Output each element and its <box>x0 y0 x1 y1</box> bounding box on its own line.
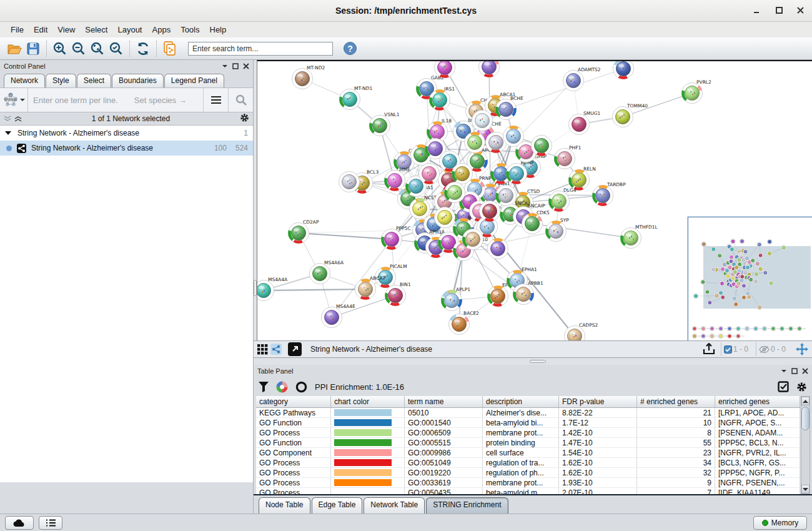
panel-close-icon[interactable] <box>802 368 808 374</box>
column-header-termname[interactable]: term name <box>405 396 483 407</box>
network-node-tomm40[interactable]: TOMM40 <box>613 103 648 127</box>
string-query-input[interactable]: Enter one term per line. Set species → <box>27 88 203 112</box>
birds-eye-canvas[interactable] <box>688 217 812 340</box>
column-header-FDRp-value[interactable]: FDR p-value <box>559 396 637 407</box>
column-header-enrichedgenes[interactable]: # enriched genes <box>637 396 715 407</box>
tab-network-table[interactable]: Network Table <box>364 497 425 514</box>
network-node-pvrl2[interactable]: PVRL2 <box>682 79 712 104</box>
panel-close-icon[interactable] <box>243 63 249 69</box>
network-node[interactable] <box>465 132 485 153</box>
maximize-button[interactable] <box>774 5 785 16</box>
table-row[interactable]: GO ComponentGO:0009986cell surface1.54E-… <box>256 448 800 458</box>
network-node[interactable] <box>419 164 440 184</box>
horizontal-splitter[interactable] <box>254 358 812 365</box>
network-node-mthfd1l[interactable]: MTHFD1L <box>621 224 658 249</box>
string-logo-icon[interactable]: STRING <box>0 92 27 108</box>
close-button[interactable] <box>795 5 806 16</box>
table-row[interactable]: GO ProcessGO:0019220regulation of ph...1… <box>256 468 800 478</box>
network-node-aplp1[interactable]: APLP1 <box>442 287 471 311</box>
table-row[interactable]: GO ProcessGO:0050435beta-amyloid m...2.0… <box>256 488 800 494</box>
network-node-ms4a4a[interactable]: MS4A4A <box>257 277 288 301</box>
tab-boundaries[interactable]: Boundaries <box>112 74 164 87</box>
tab-style[interactable]: Style <box>46 74 76 87</box>
chart-settings-icon[interactable] <box>276 381 288 393</box>
select-columns-icon[interactable] <box>778 381 789 392</box>
tree-row[interactable]: String Network - Alzheimer's disease1005… <box>0 141 253 156</box>
panel-float-icon[interactable] <box>791 368 798 374</box>
column-header-description[interactable]: description <box>483 396 559 407</box>
task-list-button[interactable] <box>39 516 62 530</box>
panel-menu-icon[interactable] <box>781 369 787 374</box>
network-node[interactable] <box>479 61 500 77</box>
network-node-phf1[interactable]: PHF1 <box>555 145 582 169</box>
table-row[interactable]: GO ProcessGO:0051049regulation of tra...… <box>256 458 800 468</box>
menu-layout[interactable]: Layout <box>113 24 146 36</box>
table-settings-gear-icon[interactable] <box>796 382 807 392</box>
share-network-icon[interactable] <box>270 344 282 355</box>
pan-navigate-icon[interactable] <box>796 343 808 355</box>
birds-eye-view[interactable] <box>688 217 812 340</box>
collapse-all-icon[interactable] <box>4 116 11 122</box>
network-node[interactable] <box>488 239 508 259</box>
network-node-ms4a4e[interactable]: MS4A4E <box>322 304 355 328</box>
hidden-eye-icon[interactable] <box>759 345 770 354</box>
network-node[interactable] <box>339 172 360 192</box>
network-node-mt-nd2[interactable]: MT-ND2 <box>292 65 325 89</box>
memory-button[interactable]: Memory <box>753 516 807 530</box>
network-node-ppp5c[interactable]: PPP5C <box>382 226 411 250</box>
network-node-syp[interactable]: SYP <box>546 217 570 242</box>
scroll-down-arrow[interactable] <box>801 485 810 494</box>
zoom-out-icon[interactable] <box>69 40 88 57</box>
menu-tools[interactable]: Tools <box>176 24 204 36</box>
refresh-icon[interactable] <box>134 40 152 57</box>
zoom-in-icon[interactable] <box>51 40 69 57</box>
tab-legend-panel[interactable]: Legend Panel <box>164 74 224 87</box>
save-session-icon[interactable] <box>24 40 42 57</box>
network-node-mt-nd1[interactable]: MT-ND1 <box>340 86 373 110</box>
table-row[interactable]: GO FunctionGO:0001540beta-amyloid bi...1… <box>256 418 800 428</box>
panel-menu-icon[interactable] <box>222 64 228 69</box>
filter-icon[interactable] <box>259 382 269 392</box>
menu-apps[interactable]: Apps <box>148 24 176 36</box>
remove-chart-icon[interactable] <box>295 381 307 393</box>
network-node-bace2[interactable]: BACE2 <box>449 310 480 335</box>
network-node[interactable] <box>532 136 552 156</box>
table-row[interactable]: GO FunctionGO:0005515protein binding1.47… <box>256 438 800 448</box>
network-node-vsnl1[interactable]: VSNL1 <box>370 112 400 136</box>
grid-view-icon[interactable] <box>257 344 268 355</box>
network-node-dlg4[interactable]: DLG4 <box>549 187 577 212</box>
splitter-grip[interactable] <box>530 360 546 363</box>
panel-float-icon[interactable] <box>232 63 239 69</box>
network-node-il18[interactable]: IL18 <box>427 118 452 142</box>
scrollbar-thumb[interactable] <box>801 407 810 430</box>
network-node-smug1[interactable]: SMUG1 <box>569 111 601 135</box>
network-from-file-icon[interactable] <box>161 40 179 57</box>
network-node-tardbp[interactable]: TARDBP <box>593 182 626 206</box>
table-row[interactable]: GO ProcessGO:0033619membrane prot...1.93… <box>256 478 800 488</box>
column-header-enrichedgenes[interactable]: enriched genes <box>715 396 800 407</box>
selected-checkbox-icon[interactable] <box>724 345 732 354</box>
tab-edge-table[interactable]: Edge Table <box>312 497 363 514</box>
network-options-gear-icon[interactable] <box>240 113 249 124</box>
table-row[interactable]: GO ProcessGO:0006509membrane prot...1.42… <box>256 428 800 438</box>
network-node-cd2ap[interactable]: CD2AP <box>289 219 319 244</box>
column-header-category[interactable]: category <box>256 396 331 407</box>
tree-expander-icon[interactable] <box>5 131 11 136</box>
scroll-up-arrow[interactable] <box>801 397 810 405</box>
expand-all-icon[interactable] <box>14 116 22 122</box>
menu-view[interactable]: View <box>53 24 79 36</box>
menu-help[interactable]: Help <box>205 24 231 36</box>
string-options-icon[interactable] <box>203 88 228 112</box>
export-network-icon[interactable] <box>702 343 716 355</box>
network-node[interactable] <box>452 164 473 184</box>
open-session-icon[interactable] <box>5 40 24 57</box>
table-row[interactable]: KEGG Pathways05010Alzheimer's dise...8.8… <box>256 408 800 418</box>
network-node[interactable] <box>613 61 634 79</box>
tab-string-enrichment[interactable]: STRING Enrichment <box>426 497 508 514</box>
string-search-icon[interactable] <box>228 88 253 112</box>
help-icon[interactable]: ? <box>340 40 359 57</box>
network-node-cadps2[interactable]: CADPS2 <box>565 322 598 340</box>
tab-node-table[interactable]: Node Table <box>259 497 310 514</box>
menu-edit[interactable]: Edit <box>29 24 52 36</box>
network-node[interactable] <box>463 229 483 250</box>
